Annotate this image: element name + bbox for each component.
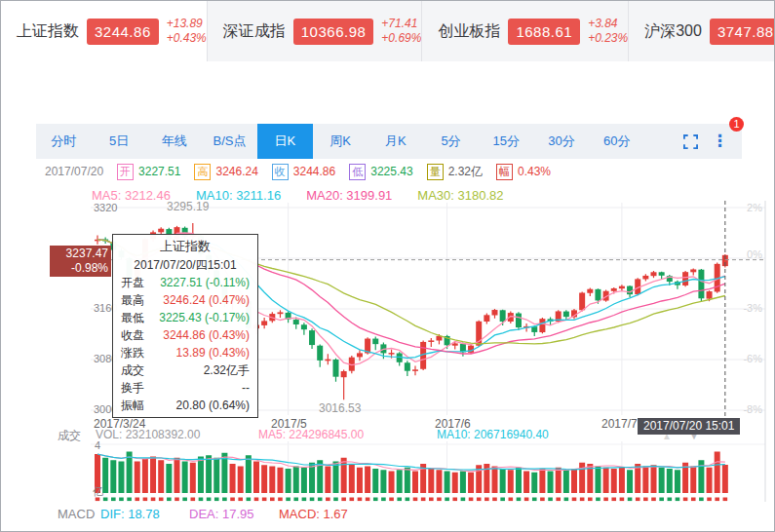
- fullscreen-icon[interactable]: [683, 134, 698, 149]
- tab-timeline[interactable]: 分时: [36, 124, 92, 159]
- tab-yearline[interactable]: 年线: [146, 124, 202, 159]
- quote-change: +3.84: [588, 17, 628, 31]
- quote-shanghai-index[interactable]: 上证指数 3244.86 +13.89+0.43%: [1, 1, 207, 61]
- close-key: 收: [272, 164, 289, 180]
- quote-price-badge: 10366.98: [293, 19, 374, 45]
- crosshair-price: 3237.47: [53, 247, 108, 261]
- low-key: 低: [349, 164, 366, 180]
- period-tab-bar: 分时 5日 年线 B/S点 日K 周K 月K 5分 15分 30分 60分 ⋮ …: [36, 124, 742, 159]
- candle-tooltip: 上证指数 2017/07/20/四15:01 开盘3227.51 (-0.11%…: [112, 234, 258, 418]
- pct-axis-2: 2%: [733, 202, 762, 213]
- ohlc-info-bar: 2017/07/20 开3227.51 高3246.24 收3244.86 低3…: [45, 163, 551, 180]
- tab-bs-points[interactable]: B/S点: [202, 124, 257, 159]
- x-axis-july: 2017/7: [601, 417, 638, 431]
- tooltip-turnover-label: 换手: [121, 379, 144, 397]
- macd-dea-value: DEA: 17.95: [189, 507, 279, 521]
- tab-30min[interactable]: 30分: [534, 124, 590, 159]
- volume-ma10-legend: MA10: 206716940.40: [437, 428, 549, 442]
- amplitude-key: 幅: [496, 164, 513, 180]
- amplitude-value: 0.43%: [518, 165, 551, 178]
- high-key: 高: [194, 164, 211, 180]
- ma20-legend: MA20: 3199.91: [306, 188, 392, 204]
- tab-60min[interactable]: 60分: [589, 124, 644, 159]
- volume-y-tick: 4: [95, 439, 100, 451]
- quote-change-pct: +0.69%: [381, 31, 421, 46]
- more-menu-icon[interactable]: ⋮: [712, 124, 728, 159]
- close-value: 3244.86: [293, 165, 335, 178]
- volume-key: 量: [427, 164, 444, 180]
- volume-unit-label: 亿: [93, 484, 103, 499]
- volume-value: 2.32亿: [448, 164, 483, 180]
- tooltip-volume-value: 2.32亿手: [204, 361, 250, 379]
- tooltip-change-value: 13.89 (0.43%): [176, 344, 250, 361]
- tab-weekly-k[interactable]: 周K: [313, 124, 368, 159]
- tab-5day[interactable]: 5日: [92, 124, 147, 159]
- tooltip-low-label: 最低: [121, 309, 144, 326]
- open-key: 开: [117, 164, 134, 180]
- price-ma-legend: MA5: 3212.46 MA10: 3211.16 MA20: 3199.91…: [92, 188, 504, 204]
- quote-name: 上证指数: [17, 21, 79, 42]
- macd-legend-bar: MACD DIF: 18.78 DEA: 17.95 MACD: 1.67: [58, 507, 348, 521]
- pct-axis-n6: -6%: [733, 353, 762, 364]
- open-value: 3227.51: [138, 165, 180, 178]
- tab-monthly-k[interactable]: 月K: [368, 124, 423, 159]
- tooltip-datetime: 2017/07/20/四15:01: [113, 256, 257, 274]
- tab-daily-k[interactable]: 日K: [257, 124, 313, 159]
- volume-value: VOL: 232108392.00: [96, 428, 258, 442]
- info-date: 2017/07/20: [45, 165, 103, 178]
- tooltip-volume-label: 成交: [121, 361, 144, 379]
- pct-axis-n8: -8%: [733, 403, 762, 415]
- crosshair-date-tag: 2017/07/20 15:01: [638, 418, 740, 435]
- ma30-legend: MA30: 3180.82: [417, 188, 503, 204]
- volume-ma5-legend: MA5: 224296845.00: [258, 428, 437, 442]
- crosshair-price-tag: 3237.47 -0.98%: [50, 246, 111, 277]
- quote-shenzhen-index[interactable]: 深证成指 10366.98 +71.41+0.69%: [207, 1, 422, 61]
- quote-change-pct: +0.43%: [167, 31, 207, 46]
- stock-chart-window: 上证指数 3244.86 +13.89+0.43% 深证成指 10366.98 …: [0, 0, 775, 532]
- tooltip-open-value: 3227.51 (-0.11%): [160, 274, 250, 291]
- quote-name: 深证成指: [223, 21, 286, 42]
- quote-change: +71.41: [381, 17, 421, 31]
- macd-histogram: [96, 498, 727, 502]
- volume-section-label: 成交: [58, 428, 96, 442]
- high-value: 3246.24: [215, 165, 257, 178]
- quote-change-pct: +0.23%: [588, 31, 628, 46]
- high-price-marker: 3295.19: [167, 200, 209, 213]
- quote-change: +13.89: [167, 17, 207, 31]
- low-price-marker: 3016.53: [319, 401, 361, 415]
- notification-badge: 1: [729, 117, 744, 132]
- tooltip-high-value: 3246.24 (0.47%): [163, 291, 250, 309]
- macd-dif-value: DIF: 18.78: [100, 507, 189, 521]
- index-quote-bar: 上证指数 3244.86 +13.89+0.43% 深证成指 10366.98 …: [1, 1, 774, 61]
- macd-section-label: MACD: [58, 507, 100, 521]
- volume-legend-bar: 成交 VOL: 232108392.00 MA5: 224296845.00 M…: [58, 428, 549, 442]
- low-value: 3225.43: [370, 165, 412, 178]
- tooltip-close-value: 3244.86 (0.43%): [163, 326, 250, 344]
- crosshair-pct: -0.98%: [53, 261, 108, 276]
- tab-5min[interactable]: 5分: [423, 124, 479, 159]
- pct-axis-0: 0%: [733, 248, 762, 260]
- tooltip-open-label: 开盘: [121, 274, 144, 291]
- quote-name: 沪深300: [644, 21, 702, 42]
- pct-axis-n3: -3%: [733, 302, 762, 314]
- quote-price-badge: 3244.86: [87, 19, 159, 45]
- quote-chinext-index[interactable]: 创业板指 1688.61 +3.84+0.23%: [421, 1, 628, 61]
- tooltip-change-label: 涨跌: [121, 344, 144, 361]
- quote-price-badge: 3747.88: [710, 19, 775, 45]
- quote-name: 创业板指: [438, 21, 500, 42]
- tooltip-low-value: 3225.43 (-0.17%): [159, 309, 250, 326]
- tab-15min[interactable]: 15分: [479, 124, 534, 159]
- tooltip-turnover-value: --: [242, 379, 250, 397]
- tooltip-title: 上证指数: [113, 237, 257, 256]
- quote-csi300-index[interactable]: 沪深300 3747.88 +18.14+0.49%: [628, 1, 775, 61]
- tooltip-close-label: 收盘: [121, 326, 144, 344]
- macd-value: MACD: 1.67: [279, 507, 348, 521]
- quote-price-badge: 1688.61: [508, 19, 580, 45]
- tooltip-amplitude-value: 20.80 (0.64%): [176, 397, 250, 414]
- volume-bars: [95, 452, 728, 494]
- y-axis-3320: 3320: [94, 202, 117, 213]
- tooltip-amplitude-label: 振幅: [121, 397, 144, 414]
- tooltip-high-label: 最高: [121, 291, 144, 309]
